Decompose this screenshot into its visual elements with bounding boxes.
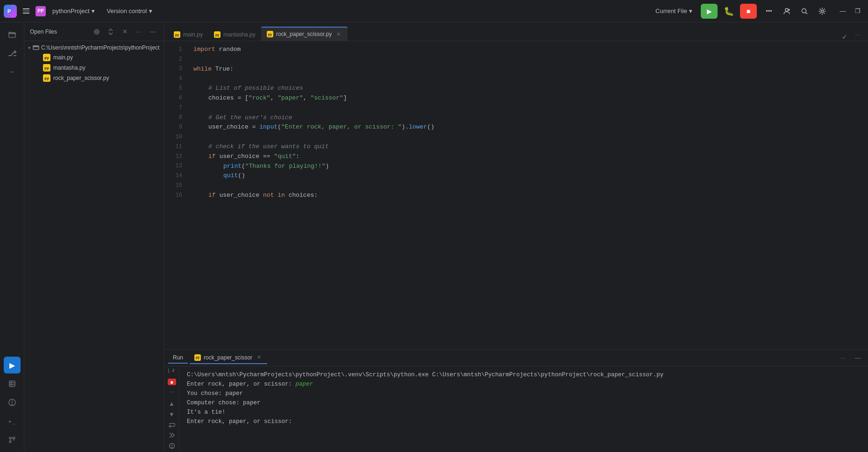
rerun-button[interactable] xyxy=(166,368,178,377)
scope-to-file-button[interactable] xyxy=(91,26,102,37)
sidebar-item-git[interactable] xyxy=(4,431,21,448)
activity-bar: ⎇ ··· ▶ ▸_ xyxy=(0,22,24,452)
main-layout: ⎇ ··· ▶ ▸_ Open Files ✕ ··· — xyxy=(0,22,868,452)
file-name-main: main.py xyxy=(53,54,73,61)
scroll-down-button[interactable]: ▼ xyxy=(166,410,178,418)
sidebar-item-problems[interactable] xyxy=(4,394,21,411)
terminal-command-path: C:\Users\mntsh\PycharmProjects\pythonPro… xyxy=(187,372,663,378)
editor-tabs-more-button[interactable]: ··· xyxy=(851,28,864,41)
close-run-tab-button[interactable]: ✕ xyxy=(255,354,263,361)
sidebar-item-folder[interactable] xyxy=(4,26,21,43)
code-line-1: import random xyxy=(193,45,862,55)
settings-button[interactable] xyxy=(815,4,830,19)
run-file-tab-label: rock_paper_scissor xyxy=(204,354,252,361)
svg-point-7 xyxy=(821,10,824,12)
panel-minimize-button[interactable]: — xyxy=(851,352,864,365)
more-actions-button[interactable]: ••• xyxy=(761,4,776,19)
version-control-button[interactable]: Version control ▾ xyxy=(103,6,156,16)
debug-button[interactable]: 🐛 xyxy=(720,4,737,19)
editor-tabs: py main.py py mantasha.py py rock_paper_… xyxy=(164,22,868,41)
editor-area: py main.py py mantasha.py py rock_paper_… xyxy=(164,22,868,349)
soft-wrap-button[interactable] xyxy=(166,421,178,429)
file-item-rock-paper-scissor[interactable]: py rock_paper_scissor.py xyxy=(24,73,164,83)
sidebar-more-button[interactable]: ··· xyxy=(133,26,144,37)
bottom-panel: Run py rock_paper_scissor ✕ ··· — ■ ··· xyxy=(164,349,868,452)
current-file-selector[interactable]: Current File ▾ xyxy=(650,6,698,16)
stop-run-button[interactable]: ■ xyxy=(168,379,176,385)
svg-point-16 xyxy=(9,437,11,439)
svg-rect-9 xyxy=(9,381,15,387)
scroll-up-button[interactable]: ▲ xyxy=(166,400,178,408)
sidebar-item-packages[interactable] xyxy=(4,375,21,392)
code-line-13: print("Thanks for playing!!") xyxy=(193,162,862,172)
file-item-mantasha[interactable]: py mantasha.py xyxy=(24,63,164,73)
tab-label-mantasha: mantasha.py xyxy=(223,31,256,38)
add-account-button[interactable] xyxy=(779,4,794,19)
tab-main-py[interactable]: py main.py xyxy=(168,29,208,41)
python-tab-icon: py xyxy=(174,31,180,38)
code-line-15 xyxy=(193,181,862,191)
run-button[interactable]: ▶ xyxy=(701,4,718,19)
project-selector[interactable]: pythonProject ▾ xyxy=(49,6,99,16)
restore-window-button[interactable]: ❐ xyxy=(851,5,864,18)
file-name-rock-paper-scissor: rock_paper_scissor.py xyxy=(53,75,109,81)
code-line-8: # Get the user's choice xyxy=(193,113,862,123)
chevron-down-icon: ▾ xyxy=(28,45,31,51)
code-editor[interactable]: 1234 5678 9101112 13141516 import random… xyxy=(164,41,868,349)
python-run-icon: py xyxy=(194,354,201,361)
code-content[interactable]: import random while True: # List of poss… xyxy=(188,41,868,349)
code-line-14: quit() xyxy=(193,171,862,181)
svg-line-6 xyxy=(806,12,808,14)
sidebar-item-more[interactable]: ··· xyxy=(4,64,21,80)
file-item-main[interactable]: py main.py xyxy=(24,52,164,63)
svg-point-21 xyxy=(96,31,98,33)
terminal-user-input: paper xyxy=(296,381,313,387)
run-file-tab[interactable]: py rock_paper_scissor ✕ xyxy=(190,352,267,364)
tab-rock-paper-scissor-py[interactable]: py rock_paper_scissor.py ✕ xyxy=(261,27,348,41)
scroll-to-end-button[interactable] xyxy=(166,431,178,439)
terminal-line-6: Enter rock, paper, or scissor: xyxy=(187,417,861,426)
panel-more-button[interactable]: ··· xyxy=(836,352,849,365)
file-name-mantasha: mantasha.py xyxy=(53,65,85,71)
sidebar-item-vcs[interactable]: ⎇ xyxy=(4,45,21,62)
folder-icon xyxy=(33,44,39,51)
titlebar: P PP pythonProject ▾ Version control ▾ C… xyxy=(0,0,868,22)
python-file-icon: py xyxy=(43,54,50,61)
line-numbers: 1234 5678 9101112 13141516 xyxy=(164,41,188,349)
python-file-icon: py xyxy=(43,64,50,72)
code-line-16: if user_choice not in choices: xyxy=(193,191,862,201)
sidebar-header: Open Files ✕ ··· — xyxy=(24,22,164,41)
svg-point-25 xyxy=(171,447,172,448)
stop-button[interactable]: ■ xyxy=(740,4,757,19)
terminal-output[interactable]: C:\Users\mntsh\PycharmProjects\pythonPro… xyxy=(179,366,868,452)
svg-point-17 xyxy=(9,441,11,443)
terminal-line-2: Enter rock, paper, or scissor: paper xyxy=(187,380,861,389)
minimize-window-button[interactable]: — xyxy=(836,5,849,18)
current-file-label: Current File xyxy=(655,7,687,14)
terminal-next-prompt: Enter rock, paper, or scissor: xyxy=(187,418,292,425)
tab-mantasha-py[interactable]: py mantasha.py xyxy=(208,29,261,41)
window-controls: — ❐ xyxy=(836,5,864,18)
project-chevron-icon: ▾ xyxy=(92,7,95,14)
sidebar-item-terminal[interactable]: ▸_ xyxy=(4,413,21,430)
terminal-you-chose: You chose: paper xyxy=(187,390,243,397)
search-button[interactable] xyxy=(797,4,812,19)
code-line-9: user_choice = input("Enter rock, paper, … xyxy=(193,122,862,132)
python-tab-icon: py xyxy=(267,31,273,37)
sidebar-minimize-button[interactable]: — xyxy=(147,26,158,37)
sidebar-item-run[interactable]: ▶ xyxy=(4,357,21,373)
terminal-line-4: Computer chose: paper xyxy=(187,398,861,408)
folder-row[interactable]: ▾ C:\Users\mntsh\PycharmProjects\pythonP… xyxy=(24,43,164,52)
terminal-result: It's a tie! xyxy=(187,409,226,416)
problems-indicator[interactable] xyxy=(166,442,178,450)
close-tab-button[interactable]: ✕ xyxy=(334,30,342,38)
svg-point-5 xyxy=(802,8,806,13)
close-panel-button[interactable]: ✕ xyxy=(119,26,130,37)
terminal-computer-chose: Computer chose: paper xyxy=(187,400,261,406)
more-run-options-button[interactable]: ··· xyxy=(166,387,178,395)
app-logo: P xyxy=(4,5,17,18)
hamburger-menu-button[interactable] xyxy=(20,5,33,18)
collapse-all-button[interactable] xyxy=(105,26,116,37)
run-tab[interactable]: Run xyxy=(168,352,188,364)
panel-tabs: Run py rock_paper_scissor ✕ ··· — xyxy=(164,350,868,366)
